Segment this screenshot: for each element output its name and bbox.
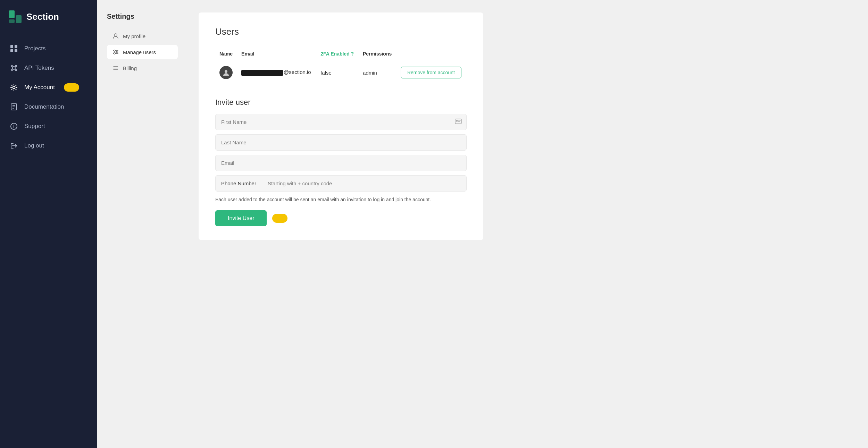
app-name: Section — [26, 11, 59, 22]
my-account-label: My Account — [24, 84, 55, 91]
first-name-input[interactable] — [215, 114, 467, 130]
sidebar: Section Projects API Tokens My Account — [0, 0, 97, 448]
billing-label: Billing — [123, 65, 137, 71]
content-card: Users Name Email 2FA Enabled ? Permissio… — [199, 12, 483, 240]
svg-rect-6 — [15, 49, 17, 52]
user-permissions-cell: admin — [359, 61, 397, 84]
remove-from-account-button[interactable]: Remove from account — [401, 67, 461, 78]
phone-input[interactable] — [262, 176, 466, 191]
sliders-icon — [112, 49, 119, 55]
settings-nav-my-profile[interactable]: My profile — [107, 29, 178, 43]
invite-actions: Invite User — [215, 210, 467, 226]
svg-point-10 — [11, 69, 12, 71]
sidebar-item-support[interactable]: Support — [0, 117, 97, 136]
users-table: Name Email 2FA Enabled ? Permissions — [215, 48, 467, 84]
col-2fa: 2FA Enabled ? — [316, 48, 359, 61]
svg-point-18 — [14, 125, 14, 125]
api-icon — [10, 64, 18, 72]
table-row: @section.io false admin Remove from acco… — [215, 61, 467, 84]
projects-label: Projects — [24, 45, 45, 52]
svg-rect-1 — [16, 15, 22, 23]
svg-point-25 — [114, 53, 115, 54]
phone-field-wrapper: Phone Number — [215, 175, 467, 192]
section-logo-icon — [8, 10, 22, 24]
sidebar-item-api-tokens[interactable]: API Tokens — [0, 58, 97, 78]
user-avatar-cell — [215, 61, 237, 84]
settings-title: Settings — [107, 12, 178, 20]
avatar — [219, 66, 233, 79]
user-action-cell: Remove from account — [397, 61, 467, 84]
svg-rect-5 — [10, 49, 13, 52]
id-card-icon — [455, 118, 462, 126]
logout-label: Log out — [24, 142, 44, 149]
logout-icon — [10, 142, 18, 150]
svg-point-29 — [225, 70, 227, 73]
sidebar-item-projects[interactable]: Projects — [0, 39, 97, 58]
gear-icon — [10, 83, 18, 92]
svg-rect-0 — [9, 10, 15, 18]
col-permissions: Permissions — [359, 48, 397, 61]
invite-note: Each user added to the account will be s… — [215, 196, 467, 203]
col-email: Email — [237, 48, 316, 61]
svg-point-8 — [11, 65, 12, 67]
first-name-field-wrapper — [215, 114, 467, 130]
documentation-label: Documentation — [24, 103, 64, 110]
api-tokens-label: API Tokens — [24, 65, 54, 71]
svg-point-19 — [114, 34, 117, 36]
invite-user-button[interactable]: Invite User — [215, 210, 267, 226]
svg-rect-4 — [15, 45, 17, 48]
svg-rect-31 — [456, 120, 458, 121]
svg-point-7 — [12, 67, 15, 69]
svg-rect-3 — [10, 45, 13, 48]
grid-icon — [10, 44, 18, 53]
svg-rect-2 — [9, 19, 15, 23]
list-icon — [112, 65, 119, 71]
email-input[interactable] — [215, 155, 467, 171]
svg-point-23 — [114, 50, 115, 51]
email-domain: @section.io — [284, 69, 311, 75]
invite-badge — [272, 214, 287, 223]
user-2fa-cell: false — [316, 61, 359, 84]
content-panel: Users Name Email 2FA Enabled ? Permissio… — [187, 0, 868, 448]
my-profile-label: My profile — [123, 33, 145, 39]
col-action — [397, 48, 467, 61]
svg-point-24 — [116, 51, 117, 53]
settings-sidebar: Settings My profile Manage users — [97, 0, 187, 448]
my-account-badge — [64, 83, 79, 92]
sidebar-item-my-account[interactable]: My Account — [0, 78, 97, 97]
user-icon — [112, 33, 119, 39]
svg-point-11 — [15, 69, 17, 71]
users-title: Users — [215, 26, 467, 37]
phone-label: Phone Number — [216, 176, 262, 191]
logo[interactable]: Section — [0, 0, 97, 33]
settings-nav-billing[interactable]: Billing — [107, 61, 178, 75]
manage-users-label: Manage users — [123, 49, 156, 55]
user-email-cell: @section.io — [237, 61, 316, 84]
support-icon — [10, 122, 18, 130]
sidebar-nav: Projects API Tokens My Account Documenta… — [0, 33, 97, 448]
settings-nav-manage-users[interactable]: Manage users — [107, 45, 178, 59]
sidebar-item-logout[interactable]: Log out — [0, 136, 97, 155]
settings-nav: My profile Manage users Billing — [107, 29, 178, 75]
main-area: Settings My profile Manage users — [97, 0, 868, 448]
invite-title: Invite user — [215, 98, 467, 107]
doc-icon — [10, 103, 18, 111]
svg-point-9 — [15, 65, 17, 67]
sidebar-item-documentation[interactable]: Documentation — [0, 97, 97, 117]
svg-point-12 — [13, 86, 15, 89]
last-name-input[interactable] — [215, 134, 467, 151]
col-name: Name — [215, 48, 237, 61]
email-redacted — [241, 70, 283, 76]
support-label: Support — [24, 123, 45, 130]
